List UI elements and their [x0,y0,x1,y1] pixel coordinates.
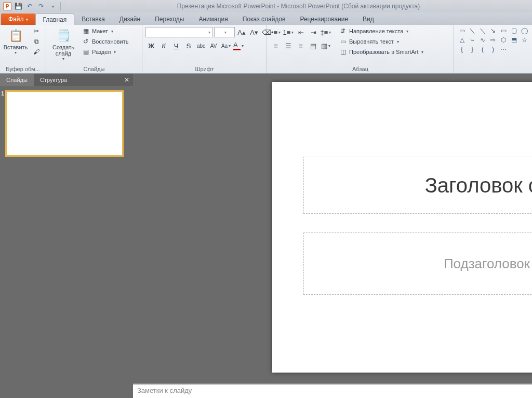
shape-paren-icon[interactable]: ( [478,45,487,53]
redo-icon[interactable]: ↷ [36,2,46,11]
align-left-button[interactable]: ≡ [270,40,282,51]
app-icon: P [3,2,11,10]
shape-star-icon[interactable]: ☆ [520,36,529,44]
copy-button[interactable]: ⧉ [30,37,43,46]
char-spacing-button[interactable]: AV [208,40,219,51]
pane-close-button[interactable]: ✕ [121,76,133,84]
qat-customize-icon[interactable] [48,2,57,11]
text-direction-button[interactable]: ⇵Направление текста [337,26,425,36]
smartart-icon: ◫ [339,48,347,56]
shape-curve-icon[interactable]: ∿ [478,36,487,44]
slide-stage[interactable]: Заголовок слайда Подзаголовок слайда [133,74,532,383]
increase-indent-button[interactable]: ⇥ [308,26,319,38]
cut-button[interactable]: ✂ [30,26,43,36]
smartart-label: Преобразовать в SmartArt [349,49,418,55]
section-button[interactable]: ▤Раздел [79,47,130,57]
file-tab[interactable]: Файл ▾ [1,13,35,25]
shrink-font-button[interactable]: A▾ [248,26,260,38]
format-painter-button[interactable]: 🖌 [30,47,43,57]
reset-button[interactable]: ↺Восстановить [79,37,130,46]
group-clipboard: 📋 Вставить ▾ ✂ ⧉ 🖌 Буфер обм... [0,25,46,73]
shape-rightarrow-icon[interactable]: ⇨ [488,36,498,44]
shape-brace-icon[interactable]: { [457,45,467,53]
line-spacing-button[interactable]: ‡≡ [320,26,331,38]
paste-icon: 📋 [7,28,24,44]
grow-font-button[interactable]: A▴ [236,26,247,38]
shape-roundrect-icon[interactable]: ▢ [509,26,518,35]
paste-button[interactable]: 📋 Вставить ▾ [3,26,28,56]
section-icon: ▤ [82,48,90,56]
bold-button[interactable]: Ж [145,40,157,51]
align-right-button[interactable]: ≡ [295,40,307,51]
tab-view[interactable]: Вид [355,13,381,25]
align-text-icon: ▭ [339,37,347,46]
save-icon[interactable]: 💾 [14,2,23,11]
smartart-button[interactable]: ◫Преобразовать в SmartArt [337,47,425,57]
shape-line2-icon[interactable]: ＼ [478,26,487,35]
notes-pane[interactable]: Заметки к слайду [133,383,532,398]
shadow-button[interactable]: abc [195,40,207,51]
shape-more-icon[interactable]: ⋯ [499,45,508,53]
shape-line-icon[interactable]: ＼ [468,26,477,35]
shape-brace2-icon[interactable]: } [468,45,477,53]
align-text-button[interactable]: ▭Выровнять текст [337,37,425,46]
slide-thumbnail[interactable]: 1 [5,90,128,157]
tab-slideshow[interactable]: Показ слайдов [235,13,293,25]
align-center-button[interactable]: ☰ [283,40,294,51]
thumbnail-number: 1 [1,90,4,97]
strike-button[interactable]: S [183,40,194,51]
italic-button[interactable]: К [158,40,169,51]
file-tab-label: Файл [8,16,24,23]
subtitle-placeholder-text: Подзаголовок слайда [444,256,532,272]
underline-button[interactable]: Ч [170,40,182,51]
tab-home[interactable]: Главная [35,13,75,25]
change-case-button[interactable]: Aa [220,40,232,51]
shape-callout-icon[interactable]: ⬒ [509,36,518,44]
shape-paren2-icon[interactable]: ) [488,45,498,53]
shape-triangle-icon[interactable]: △ [457,36,467,44]
workspace: Слайды Структура ✕ 1 Заголовок слайда По… [0,74,532,398]
layout-label: Макет [92,28,108,34]
tab-animation[interactable]: Анимация [191,13,235,25]
decrease-indent-button[interactable]: ⇤ [295,26,307,38]
tab-transitions[interactable]: Переходы [148,13,191,25]
pane-tab-outline[interactable]: Структура [34,74,73,86]
shapes-gallery[interactable]: ▭ ＼ ＼ ↘ ▭ ▢ ◯ △ ⤷ ∿ ⇨ ⬡ ⬒ ☆ { } ( ) ⋯ [457,26,529,53]
columns-button[interactable]: ▥ [320,40,331,51]
notes-placeholder-text: Заметки к слайду [137,387,192,394]
shape-rect-icon[interactable]: ▭ [499,26,508,35]
thumbnail-list: 1 [0,86,133,398]
font-color-button[interactable]: A [233,40,244,51]
tab-design[interactable]: Дизайн [112,13,148,25]
group-clipboard-label: Буфер обм... [3,65,43,72]
reset-label: Восстановить [92,38,128,45]
undo-icon[interactable]: ↶ [25,2,34,11]
title-placeholder[interactable]: Заголовок слайда [303,157,532,214]
shape-arrow-icon[interactable]: ↘ [488,26,498,35]
shape-textbox-icon[interactable]: ▭ [457,26,467,35]
pane-tabs: Слайды Структура ✕ [0,74,133,86]
pane-tab-slides[interactable]: Слайды [0,74,34,86]
shape-hexagon-icon[interactable]: ⬡ [499,36,508,44]
cut-icon: ✂ [32,27,41,35]
group-drawing-label [457,72,529,72]
new-slide-button[interactable]: 🗒️ Создать слайд ▾ [49,26,77,62]
justify-button[interactable]: ▤ [308,40,319,51]
shape-oval-icon[interactable]: ◯ [520,26,529,35]
shape-connector-icon[interactable]: ⤷ [468,36,477,44]
subtitle-placeholder[interactable]: Подзаголовок слайда [303,232,532,295]
font-size-combo[interactable]: ▾ [214,27,235,37]
layout-button[interactable]: ▦Макет [79,26,130,36]
new-slide-label: Создать слайд [52,44,74,57]
brush-icon: 🖌 [32,48,41,56]
group-paragraph: •≡ 1≡ ⇤ ⇥ ‡≡ ≡ ☰ ≡ ▤ ▥ ⇵Направление текс… [267,25,454,73]
tab-insert[interactable]: Вставка [74,13,112,25]
bullets-button[interactable]: •≡ [270,26,282,38]
slide-canvas[interactable]: Заголовок слайда Подзаголовок слайда [272,82,532,373]
font-name-combo[interactable]: ▾ [145,27,213,37]
title-placeholder-text: Заголовок слайда [425,174,532,197]
group-paragraph-label: Абзац [270,65,450,72]
group-drawing: ▭ ＼ ＼ ↘ ▭ ▢ ◯ △ ⤷ ∿ ⇨ ⬡ ⬒ ☆ { } ( ) ⋯ [454,25,532,73]
tab-review[interactable]: Рецензирование [292,13,355,25]
numbering-button[interactable]: 1≡ [283,26,294,38]
